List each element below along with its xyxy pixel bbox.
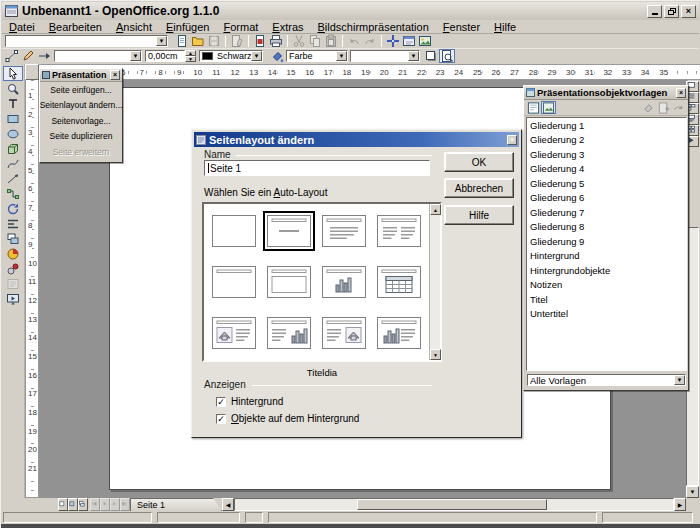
palette-item[interactable]: Seite einfügen... xyxy=(40,82,122,98)
horizontal-scroll-thumb[interactable] xyxy=(357,499,547,510)
rotate-button[interactable] xyxy=(3,201,23,216)
horizontal-scrollbar[interactable] xyxy=(234,498,674,511)
page-mode-button[interactable] xyxy=(58,498,68,511)
close-button[interactable]: × xyxy=(681,5,696,18)
stylist-button[interactable] xyxy=(401,34,417,48)
layout-option-title-text-clipart[interactable] xyxy=(317,307,372,358)
style-item[interactable]: Hintergrundobjekte xyxy=(527,263,686,278)
menu-datei[interactable]: Datei xyxy=(2,21,42,33)
dialog-close-button[interactable]: × xyxy=(507,135,517,145)
stylist-close-button[interactable]: × xyxy=(676,88,686,98)
cancel-button[interactable]: Abbrechen xyxy=(444,178,514,198)
background-checkbox[interactable]: ✓ Hintergrund xyxy=(216,396,283,407)
object3d-button[interactable] xyxy=(3,141,23,156)
ok-button[interactable]: OK xyxy=(444,152,514,172)
arrange-button[interactable] xyxy=(3,231,23,246)
background-mode-button[interactable] xyxy=(68,498,78,511)
gallery-button[interactable] xyxy=(417,34,433,48)
layout-option-title-chart-text[interactable] xyxy=(372,307,427,358)
vertical-ruler[interactable]: 123456789101112131415161718192021 xyxy=(25,80,39,498)
curve-button[interactable] xyxy=(3,156,23,171)
menu-einfgen[interactable]: Einfügen xyxy=(159,21,216,33)
style-item[interactable]: Gliederung 5 xyxy=(527,176,686,191)
style-item[interactable]: Gliederung 2 xyxy=(527,133,686,148)
layout-option-title-text-chart[interactable] xyxy=(261,307,316,358)
zoom-page-button[interactable] xyxy=(439,49,455,63)
chevron-down-icon[interactable]: ▼ xyxy=(156,36,167,46)
style-item[interactable]: Gliederung 9 xyxy=(527,234,686,249)
interaction-button[interactable] xyxy=(3,261,23,276)
scroll-down-button[interactable]: ▼ xyxy=(686,486,699,498)
edit-points-button[interactable] xyxy=(4,49,20,63)
layout-option-title-chart[interactable] xyxy=(317,257,372,308)
style-item[interactable]: Untertitel xyxy=(527,307,686,322)
layout-option-title-content[interactable] xyxy=(317,206,372,257)
style-item[interactable]: Hintergrund xyxy=(527,249,686,264)
style-item[interactable]: Gliederung 6 xyxy=(527,191,686,206)
chevron-down-icon[interactable]: ▼ xyxy=(336,51,347,61)
zoom-button[interactable] xyxy=(3,81,23,96)
layout-picker[interactable]: ▲ ▼ xyxy=(202,202,442,362)
palette-item[interactable]: Seite duplizieren xyxy=(40,129,122,145)
slideshow-button[interactable] xyxy=(3,291,23,306)
line-width-spinner[interactable]: 0,00cm ▲▼ xyxy=(145,50,196,62)
graphic-styles-button[interactable] xyxy=(541,101,556,114)
layout-option-title-clipart-text[interactable] xyxy=(206,307,261,358)
palette-title-bar[interactable]: Präsentation × xyxy=(40,69,122,82)
navigator-button[interactable] xyxy=(385,34,401,48)
menu-bearbeiten[interactable]: Bearbeiten xyxy=(42,21,109,33)
help-button[interactable]: Hilfe xyxy=(444,205,514,225)
layout-option-title-table[interactable] xyxy=(372,257,427,308)
layout-option-title-two-content[interactable] xyxy=(372,206,427,257)
style-item[interactable]: Gliederung 8 xyxy=(527,220,686,235)
spin-down-icon[interactable]: ▼ xyxy=(185,56,196,62)
select-button[interactable] xyxy=(3,66,23,81)
chevron-down-icon[interactable]: ▼ xyxy=(408,51,419,61)
scroll-down-button[interactable]: ▼ xyxy=(430,349,441,360)
style-item[interactable]: Gliederung 3 xyxy=(527,147,686,162)
menu-fenster[interactable]: Fenster xyxy=(436,21,487,33)
shadow-button[interactable] xyxy=(423,49,439,63)
page-name-input[interactable]: Seite 1 xyxy=(204,160,430,176)
minimize-button[interactable] xyxy=(647,5,662,18)
style-item[interactable]: Gliederung 7 xyxy=(527,205,686,220)
presentation-styles-button[interactable] xyxy=(526,101,541,114)
layer-mode-button[interactable] xyxy=(78,498,88,511)
palette-item[interactable]: Seitenvorlage... xyxy=(40,113,122,129)
menu-extras[interactable]: Extras xyxy=(265,21,310,33)
menu-format[interactable]: Format xyxy=(216,21,265,33)
scroll-right-button[interactable]: ▶ xyxy=(674,498,686,511)
arrow-ends-button[interactable] xyxy=(36,49,52,63)
fill-type-combobox[interactable]: Farbe ▼ xyxy=(286,50,348,62)
scroll-left-button[interactable]: ◀ xyxy=(222,498,234,511)
layout-picker-scrollbar[interactable]: ▲ ▼ xyxy=(429,204,440,360)
rectangle-button[interactable] xyxy=(3,111,23,126)
pen-button[interactable] xyxy=(20,49,36,63)
style-list[interactable]: Gliederung 1Gliederung 2Gliederung 3Glie… xyxy=(526,117,687,371)
restore-button[interactable] xyxy=(664,5,679,18)
layout-option-blank[interactable] xyxy=(206,206,261,257)
dialog-title-bar[interactable]: Seitenlayout ändern × xyxy=(194,132,519,147)
url-combobox[interactable]: ▼ xyxy=(5,35,168,47)
horizontal-ruler[interactable]: 1234567891011121314151617181920212223242… xyxy=(25,64,700,80)
line-color-combobox[interactable]: Schwarz ▼ xyxy=(199,50,263,62)
lines-arrows-button[interactable] xyxy=(3,171,23,186)
effects-button[interactable] xyxy=(3,246,23,261)
export-pdf-button[interactable] xyxy=(252,34,268,48)
fill-bucket-button[interactable] xyxy=(269,49,285,63)
ellipse-button[interactable] xyxy=(3,126,23,141)
connector-button[interactable] xyxy=(3,186,23,201)
chevron-down-icon[interactable]: ▼ xyxy=(130,51,141,61)
background-objects-checkbox[interactable]: ✓ Objekte auf dem Hintergrund xyxy=(216,413,359,424)
style-filter-combobox[interactable]: Alle Vorlagen ▼ xyxy=(527,374,686,386)
menu-ansicht[interactable]: Ansicht xyxy=(109,21,159,33)
open-button[interactable] xyxy=(190,34,206,48)
page-tab[interactable]: Seite 1 xyxy=(130,498,222,511)
new-doc-button[interactable] xyxy=(174,34,190,48)
layout-option-title-only[interactable] xyxy=(206,257,261,308)
alignment-button[interactable] xyxy=(3,216,23,231)
chevron-down-icon[interactable]: ▼ xyxy=(674,375,685,385)
menu-bildschirmprsentation[interactable]: Bildschirmpräsentation xyxy=(311,21,436,33)
style-item[interactable]: Gliederung 1 xyxy=(527,118,686,133)
layout-option-title-frame[interactable] xyxy=(261,257,316,308)
